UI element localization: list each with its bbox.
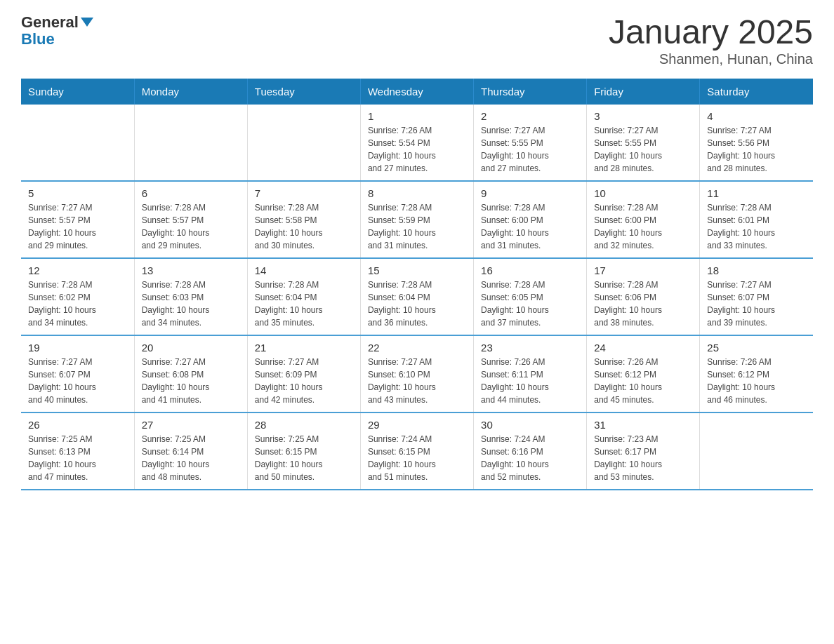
day-cell <box>247 105 360 181</box>
day-number: 20 <box>142 342 240 354</box>
day-number: 15 <box>368 264 466 276</box>
day-info: Sunrise: 7:28 AM Sunset: 5:59 PM Dayligh… <box>368 201 466 252</box>
day-info: Sunrise: 7:25 AM Sunset: 6:13 PM Dayligh… <box>28 433 127 483</box>
title-block: January 2025 Shanmen, Hunan, China <box>609 14 813 67</box>
calendar-title: January 2025 <box>609 14 813 51</box>
day-cell: 28Sunrise: 7:25 AM Sunset: 6:15 PM Dayli… <box>247 412 360 490</box>
day-number: 5 <box>28 187 127 199</box>
day-cell: 31Sunrise: 7:23 AM Sunset: 6:17 PM Dayli… <box>587 412 700 490</box>
day-number: 17 <box>594 264 692 276</box>
day-info: Sunrise: 7:23 AM Sunset: 6:17 PM Dayligh… <box>594 433 692 483</box>
day-cell: 30Sunrise: 7:24 AM Sunset: 6:16 PM Dayli… <box>474 412 587 490</box>
day-info: Sunrise: 7:27 AM Sunset: 6:10 PM Dayligh… <box>368 356 466 406</box>
day-number: 7 <box>255 187 353 199</box>
day-cell: 18Sunrise: 7:27 AM Sunset: 6:07 PM Dayli… <box>700 258 813 335</box>
calendar-body: 1Sunrise: 7:26 AM Sunset: 5:54 PM Daylig… <box>21 105 813 490</box>
day-cell: 7Sunrise: 7:28 AM Sunset: 5:58 PM Daylig… <box>247 181 360 258</box>
day-cell: 3Sunrise: 7:27 AM Sunset: 5:55 PM Daylig… <box>587 105 700 181</box>
day-cell: 13Sunrise: 7:28 AM Sunset: 6:03 PM Dayli… <box>134 258 247 335</box>
day-cell: 23Sunrise: 7:26 AM Sunset: 6:11 PM Dayli… <box>474 335 587 412</box>
header-day-tuesday: Tuesday <box>247 79 360 105</box>
day-info: Sunrise: 7:27 AM Sunset: 5:56 PM Dayligh… <box>707 124 806 175</box>
header-day-saturday: Saturday <box>700 79 813 105</box>
day-info: Sunrise: 7:27 AM Sunset: 6:07 PM Dayligh… <box>707 279 806 329</box>
day-cell: 17Sunrise: 7:28 AM Sunset: 6:06 PM Dayli… <box>587 258 700 335</box>
day-info: Sunrise: 7:28 AM Sunset: 6:04 PM Dayligh… <box>255 279 353 329</box>
day-info: Sunrise: 7:28 AM Sunset: 6:00 PM Dayligh… <box>481 201 579 252</box>
calendar-table: SundayMondayTuesdayWednesdayThursdayFrid… <box>21 79 813 490</box>
week-row-1: 1Sunrise: 7:26 AM Sunset: 5:54 PM Daylig… <box>21 105 813 181</box>
day-cell: 1Sunrise: 7:26 AM Sunset: 5:54 PM Daylig… <box>360 105 473 181</box>
day-number: 22 <box>368 342 466 354</box>
day-number: 18 <box>707 264 806 276</box>
day-number: 12 <box>28 264 127 276</box>
day-cell: 25Sunrise: 7:26 AM Sunset: 6:12 PM Dayli… <box>700 335 813 412</box>
day-number: 23 <box>481 342 579 354</box>
day-number: 16 <box>481 264 579 276</box>
day-cell: 9Sunrise: 7:28 AM Sunset: 6:00 PM Daylig… <box>474 181 587 258</box>
day-number: 21 <box>255 342 353 354</box>
day-info: Sunrise: 7:28 AM Sunset: 6:05 PM Dayligh… <box>481 279 579 329</box>
day-number: 31 <box>594 419 692 431</box>
day-info: Sunrise: 7:28 AM Sunset: 6:04 PM Dayligh… <box>368 279 466 329</box>
day-info: Sunrise: 7:26 AM Sunset: 6:11 PM Dayligh… <box>481 356 579 406</box>
day-cell: 14Sunrise: 7:28 AM Sunset: 6:04 PM Dayli… <box>247 258 360 335</box>
day-number: 8 <box>368 187 466 199</box>
day-cell: 22Sunrise: 7:27 AM Sunset: 6:10 PM Dayli… <box>360 335 473 412</box>
day-cell: 21Sunrise: 7:27 AM Sunset: 6:09 PM Dayli… <box>247 335 360 412</box>
day-info: Sunrise: 7:25 AM Sunset: 6:15 PM Dayligh… <box>255 433 353 483</box>
day-number: 19 <box>28 342 127 354</box>
header-day-monday: Monday <box>134 79 247 105</box>
day-number: 11 <box>707 187 806 199</box>
day-info: Sunrise: 7:27 AM Sunset: 5:55 PM Dayligh… <box>594 124 692 175</box>
day-info: Sunrise: 7:26 AM Sunset: 5:54 PM Dayligh… <box>368 124 466 175</box>
day-info: Sunrise: 7:24 AM Sunset: 6:15 PM Dayligh… <box>368 433 466 483</box>
week-row-5: 26Sunrise: 7:25 AM Sunset: 6:13 PM Dayli… <box>21 412 813 490</box>
logo: General Blue <box>21 14 93 48</box>
day-info: Sunrise: 7:28 AM Sunset: 6:00 PM Dayligh… <box>594 201 692 252</box>
day-number: 1 <box>368 110 466 122</box>
day-number: 27 <box>142 419 240 431</box>
day-number: 10 <box>594 187 692 199</box>
day-number: 13 <box>142 264 240 276</box>
day-info: Sunrise: 7:28 AM Sunset: 5:58 PM Dayligh… <box>255 201 353 252</box>
day-cell: 8Sunrise: 7:28 AM Sunset: 5:59 PM Daylig… <box>360 181 473 258</box>
day-info: Sunrise: 7:25 AM Sunset: 6:14 PM Dayligh… <box>142 433 240 483</box>
week-row-3: 12Sunrise: 7:28 AM Sunset: 6:02 PM Dayli… <box>21 258 813 335</box>
day-info: Sunrise: 7:27 AM Sunset: 5:57 PM Dayligh… <box>28 201 127 252</box>
day-info: Sunrise: 7:27 AM Sunset: 5:55 PM Dayligh… <box>481 124 579 175</box>
day-cell: 16Sunrise: 7:28 AM Sunset: 6:05 PM Dayli… <box>474 258 587 335</box>
day-info: Sunrise: 7:28 AM Sunset: 6:06 PM Dayligh… <box>594 279 692 329</box>
day-info: Sunrise: 7:26 AM Sunset: 6:12 PM Dayligh… <box>707 356 806 406</box>
day-cell <box>700 412 813 490</box>
day-number: 4 <box>707 110 806 122</box>
day-cell: 5Sunrise: 7:27 AM Sunset: 5:57 PM Daylig… <box>21 181 134 258</box>
day-number: 14 <box>255 264 353 276</box>
day-info: Sunrise: 7:27 AM Sunset: 6:09 PM Dayligh… <box>255 356 353 406</box>
day-cell: 2Sunrise: 7:27 AM Sunset: 5:55 PM Daylig… <box>474 105 587 181</box>
page-header: General Blue January 2025 Shanmen, Hunan… <box>21 14 813 67</box>
day-number: 6 <box>142 187 240 199</box>
day-cell: 26Sunrise: 7:25 AM Sunset: 6:13 PM Dayli… <box>21 412 134 490</box>
week-row-2: 5Sunrise: 7:27 AM Sunset: 5:57 PM Daylig… <box>21 181 813 258</box>
header-day-sunday: Sunday <box>21 79 134 105</box>
calendar-header: SundayMondayTuesdayWednesdayThursdayFrid… <box>21 79 813 105</box>
day-cell: 20Sunrise: 7:27 AM Sunset: 6:08 PM Dayli… <box>134 335 247 412</box>
logo-triangle-icon <box>81 18 93 27</box>
day-cell: 29Sunrise: 7:24 AM Sunset: 6:15 PM Dayli… <box>360 412 473 490</box>
logo-general-text: General <box>21 13 79 31</box>
day-number: 24 <box>594 342 692 354</box>
day-info: Sunrise: 7:26 AM Sunset: 6:12 PM Dayligh… <box>594 356 692 406</box>
day-number: 29 <box>368 419 466 431</box>
day-number: 25 <box>707 342 806 354</box>
day-cell: 12Sunrise: 7:28 AM Sunset: 6:02 PM Dayli… <box>21 258 134 335</box>
day-cell: 19Sunrise: 7:27 AM Sunset: 6:07 PM Dayli… <box>21 335 134 412</box>
calendar-subtitle: Shanmen, Hunan, China <box>609 51 813 67</box>
day-number: 30 <box>481 419 579 431</box>
day-info: Sunrise: 7:24 AM Sunset: 6:16 PM Dayligh… <box>481 433 579 483</box>
day-cell <box>134 105 247 181</box>
header-day-friday: Friday <box>587 79 700 105</box>
logo-blue-text: Blue <box>21 31 93 48</box>
week-row-4: 19Sunrise: 7:27 AM Sunset: 6:07 PM Dayli… <box>21 335 813 412</box>
day-number: 9 <box>481 187 579 199</box>
